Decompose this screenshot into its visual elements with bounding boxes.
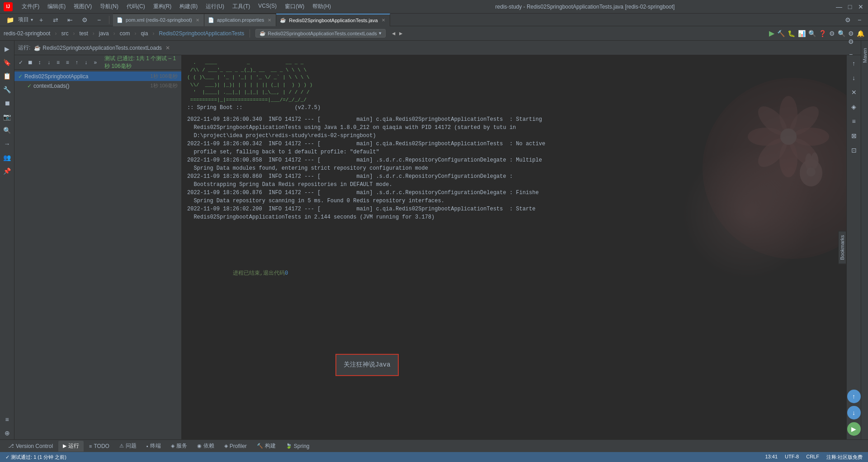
left-icon-wrench[interactable]: 🔧 bbox=[1, 83, 14, 96]
tab-application-properties[interactable]: 📄 application.properties ✕ bbox=[204, 14, 277, 26]
left-icon-search[interactable]: 🔍 bbox=[1, 124, 14, 137]
run-config-name: Redis02SpringbootApplicationTests.contex… bbox=[268, 31, 377, 36]
test-node-contextloads[interactable]: ✓ contextLoads() 1秒 106毫秒 bbox=[14, 81, 181, 90]
test-up-btn[interactable]: ↑ bbox=[73, 57, 80, 67]
bottom-tab-profiler[interactable]: ◈ Profiler bbox=[220, 441, 251, 452]
test-root-time: 1秒 106毫秒 bbox=[150, 73, 178, 80]
run-bar: 运行: ☕ Redis02SpringbootApplicationTests.… bbox=[14, 41, 861, 55]
menu-file[interactable]: 文件(F) bbox=[18, 2, 43, 11]
search-icon[interactable]: 🔍 bbox=[808, 30, 816, 37]
test-down-btn[interactable]: ↓ bbox=[82, 57, 90, 67]
bottom-tab-run[interactable]: ▶ 运行 bbox=[58, 441, 84, 452]
middle-section: ▶ 🔖 📋 🔧 ⏹ 📷 🔍 → 👥 📌 ≡ ⊕ 运行: ☕ Redis02Spr… bbox=[0, 41, 868, 439]
left-icon-pin[interactable]: 📌 bbox=[1, 165, 14, 177]
build-icon[interactable]: 🔨 bbox=[777, 30, 785, 37]
tab-props-close[interactable]: ✕ bbox=[267, 17, 272, 23]
test-sort2-btn[interactable]: ↓ bbox=[45, 57, 53, 67]
breadcrumb-test[interactable]: test bbox=[79, 30, 88, 37]
breadcrumb-class[interactable]: Redis02SpringbootApplicationTests bbox=[159, 30, 244, 37]
menu-build[interactable]: 构建(B) bbox=[176, 2, 201, 11]
indent-icon[interactable]: ⇤ bbox=[64, 14, 76, 26]
left-icon-stop[interactable]: ⏹ bbox=[1, 97, 14, 110]
minimize-button[interactable]: — bbox=[835, 3, 843, 10]
console-content: . ____ _ __ _ _ /\\ / ___'_ __ _ _(_)_ _… bbox=[182, 55, 861, 439]
left-icon-login[interactable]: → bbox=[1, 138, 14, 150]
bottom-tab-version-control[interactable]: ⎇ Version Control bbox=[4, 441, 57, 452]
debug-icon[interactable]: 🐛 bbox=[788, 30, 795, 37]
nav-minus-icon[interactable]: − bbox=[854, 15, 864, 25]
breadcrumb-qia[interactable]: qia bbox=[141, 30, 148, 37]
bottom-tab-build[interactable]: 🔨 构建 bbox=[252, 441, 280, 452]
menu-window[interactable]: 窗口(W) bbox=[281, 2, 308, 11]
test-stop-btn[interactable]: ⏹ bbox=[27, 57, 34, 67]
menu-code[interactable]: 代码(C) bbox=[123, 2, 149, 11]
run-config-dropdown[interactable]: ☕ Redis02SpringbootApplicationTests.cont… bbox=[255, 29, 386, 38]
services-label: 服务 bbox=[176, 442, 187, 450]
project-icon[interactable]: 📁 bbox=[4, 14, 16, 26]
tab-pom-close[interactable]: ✕ bbox=[195, 17, 200, 23]
tab-pom-xml[interactable]: 📄 pom.xml (redis-02-springboot) ✕ bbox=[113, 14, 204, 26]
forward-arrow[interactable]: ► bbox=[398, 30, 404, 37]
run-button[interactable]: ▶ bbox=[769, 29, 774, 38]
console-log-2: D:\project\idea project\redis-study\redi… bbox=[187, 132, 855, 140]
test-more-btn[interactable]: » bbox=[92, 57, 99, 67]
test-align1-btn[interactable]: ≡ bbox=[54, 57, 62, 67]
test-align2-btn[interactable]: ≡ bbox=[64, 57, 71, 67]
tab-tests-close[interactable]: ✕ bbox=[381, 17, 386, 23]
menu-run[interactable]: 运行(U) bbox=[202, 2, 228, 11]
run-bar-settings[interactable]: ⚙ bbox=[844, 35, 857, 48]
bottom-tab-terminal[interactable]: ▪ 终端 bbox=[142, 441, 165, 452]
close-button[interactable]: ✕ bbox=[857, 3, 864, 10]
run-bar-close-btn[interactable]: ✕ bbox=[165, 45, 170, 51]
maven-tab[interactable]: Maven bbox=[861, 41, 868, 439]
minus-icon[interactable]: − bbox=[93, 14, 105, 26]
menu-help[interactable]: 帮助(H) bbox=[309, 2, 335, 11]
menu-edit[interactable]: 编辑(E) bbox=[44, 2, 69, 11]
test-check-btn[interactable]: ✓ bbox=[17, 57, 25, 67]
settings-icon[interactable]: ⚙ bbox=[78, 14, 91, 26]
menu-navigate[interactable]: 导航(N) bbox=[96, 2, 122, 11]
project-dropdown[interactable]: ▾ bbox=[31, 17, 33, 22]
left-icon-run[interactable]: ▶ bbox=[1, 43, 14, 55]
left-icon-camera[interactable]: 📷 bbox=[1, 110, 14, 123]
nav-settings-icon[interactable]: ⚙ bbox=[843, 15, 853, 25]
question-icon[interactable]: ❓ bbox=[819, 30, 826, 37]
bottom-tab-todo[interactable]: ≡ TODO bbox=[85, 441, 114, 452]
dependencies-label: 依赖 bbox=[203, 442, 214, 450]
console-spacer bbox=[187, 221, 855, 257]
menu-refactor[interactable]: 重构(R) bbox=[150, 2, 175, 11]
tab-tests-label: Redis02SpringbootApplicationTests.java bbox=[289, 18, 377, 23]
bottom-tab-problems[interactable]: ⚠ 问题 bbox=[115, 441, 141, 452]
tab-props-label: application.properties bbox=[217, 17, 264, 23]
menu-vcs[interactable]: VCS(S) bbox=[255, 2, 280, 11]
menu-tools[interactable]: 工具(T) bbox=[229, 2, 254, 11]
maximize-button[interactable]: □ bbox=[846, 3, 854, 10]
left-icon-users[interactable]: 👥 bbox=[1, 151, 14, 164]
tab-redis02-tests[interactable]: ☕ Redis02SpringbootApplicationTests.java… bbox=[276, 14, 390, 26]
bottom-tab-dependencies[interactable]: ◉ 依赖 bbox=[193, 441, 219, 452]
todo-label: TODO bbox=[94, 443, 109, 449]
settings-gear-icon[interactable]: ⚙ bbox=[829, 30, 835, 37]
left-icon-structure2[interactable]: ≡ bbox=[1, 413, 14, 426]
left-icon-bottom[interactable]: ⊕ bbox=[1, 427, 14, 439]
left-icon-structure[interactable]: 📋 bbox=[1, 70, 14, 82]
bottom-tab-services[interactable]: ◈ 服务 bbox=[166, 441, 192, 452]
left-icon-bookmark[interactable]: 🔖 bbox=[1, 56, 14, 69]
coverage-icon[interactable]: 📊 bbox=[798, 30, 806, 37]
run-label: 运行: bbox=[18, 44, 30, 52]
terminal-icon: ▪ bbox=[146, 443, 148, 449]
test-sort1-btn[interactable]: ↕ bbox=[36, 57, 43, 67]
breadcrumb-com[interactable]: com bbox=[120, 30, 130, 37]
back-arrow[interactable]: ◄ bbox=[391, 30, 396, 37]
test-node-root[interactable]: ✓ Redis02SpringbootApplica 1秒 106毫秒 bbox=[14, 71, 181, 81]
new-file-icon[interactable]: + bbox=[35, 14, 47, 26]
sync-icon[interactable]: ⇄ bbox=[49, 14, 62, 26]
breadcrumb-java[interactable]: java bbox=[99, 30, 109, 37]
notifications-icon[interactable]: 🔔 bbox=[857, 30, 864, 37]
breadcrumb-redis02springboot[interactable]: redis-02-springboot bbox=[4, 30, 50, 37]
menu-view[interactable]: 视图(V) bbox=[70, 2, 95, 11]
content-row: ✓ ⏹ ↕ ↓ ≡ ≡ ↑ ↓ » 测试 已通过: 1共 1 个测试 – 1秒 … bbox=[14, 55, 861, 439]
breadcrumb-src[interactable]: src bbox=[61, 30, 68, 37]
bottom-tab-spring[interactable]: 🍃 Spring bbox=[281, 441, 314, 452]
breadcrumb-sep-4: › bbox=[113, 30, 115, 37]
